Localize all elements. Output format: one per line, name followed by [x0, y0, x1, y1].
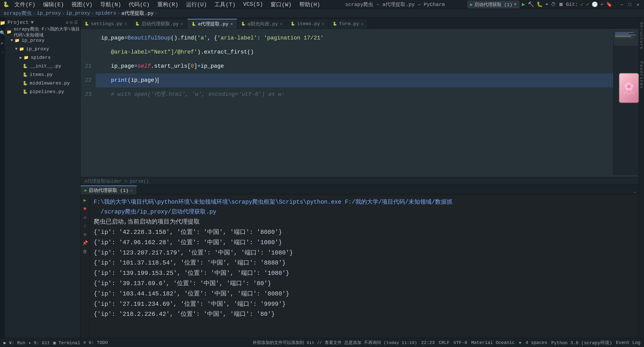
git-sidebar-icon[interactable]: ⑂	[1, 50, 4, 55]
toolbar-build-btn[interactable]: 🔨	[528, 1, 534, 8]
tab-close-items[interactable]: ✕	[322, 21, 325, 26]
toolbar-debug-btn[interactable]: 🐛	[537, 1, 543, 8]
run-scroll-btn[interactable]: ↕	[81, 222, 89, 230]
find-icon[interactable]: 🔍	[0, 30, 5, 36]
structure-tab[interactable]: Structure	[638, 20, 644, 52]
sidebar-icons: ⚙ ⊟ ☰	[66, 20, 78, 25]
menu-navigate[interactable]: 导航(N)	[98, 0, 124, 9]
run-config-dropdown-icon[interactable]: ▼	[514, 2, 517, 7]
toolbar-profile-btn[interactable]: ⏱	[551, 2, 556, 8]
toolbar-vcs-btn[interactable]: Git:	[566, 2, 578, 7]
left-icon-bar: 📁 🔍 ▶ ⑂	[0, 18, 5, 338]
tab-form[interactable]: 🐍 form.py ✕	[329, 19, 368, 28]
tab-settings[interactable]: 🐍 settings.py ✕	[81, 19, 131, 28]
run-sidebar-icon[interactable]: ▶	[1, 40, 4, 46]
toolbar-bookmark-btn[interactable]: 🔖	[606, 1, 612, 8]
sidebar-item-ipproxy2[interactable]: ▼ 📁 ip_proxy	[5, 45, 80, 53]
run-output-line-8: {'ip': '39.137.69.6', '位置': '中国', '端口': …	[94, 279, 634, 289]
toolbar-undo-btn[interactable]: ↶	[600, 1, 603, 8]
toolbar-vcs-check2[interactable]: ✓	[586, 1, 589, 8]
project-icon[interactable]: 📁	[0, 20, 5, 26]
sidebar-hide-icon[interactable]: ☰	[74, 20, 78, 25]
run-clear-btn[interactable]: 🗑	[81, 248, 89, 255]
folder-icon-3: 📁	[19, 47, 24, 52]
tab-close-sunshine[interactable]: ✕	[280, 21, 283, 26]
sidebar-item-pipelines[interactable]: 🐍 pipelines.py	[5, 88, 80, 96]
tab-icon-settings: 🐍	[85, 22, 89, 26]
tab-sunshine[interactable]: 🐍 a阳光向政.py ✕	[237, 19, 287, 28]
favorites-tab[interactable]: Favorites	[638, 59, 644, 91]
cursor-position[interactable]: 22:23	[421, 340, 435, 345]
menu-refactor[interactable]: 重构(R)	[155, 0, 181, 9]
terminal-tabs-btn[interactable]: ▣ Terminal	[53, 340, 80, 345]
run-tab-active[interactable]: ▶ 启动代理获取 (1) ✕	[81, 186, 137, 195]
sidebar-item-label-8: pipelines.py	[30, 89, 64, 95]
menu-run[interactable]: 运行(U)	[183, 0, 210, 9]
breadcrumb-item-3[interactable]: ip_proxy	[66, 10, 90, 16]
run-tabs-btn[interactable]: ▶ ¥: Run	[4, 340, 25, 345]
menu-view[interactable]: 视图(V)	[69, 0, 95, 9]
sidebar-title-arrow: ▼	[31, 20, 34, 25]
menu-edit[interactable]: 编辑(E)	[41, 0, 67, 9]
menu-window[interactable]: 窗口(W)	[268, 0, 294, 9]
run-play-btn[interactable]: ▶	[81, 196, 89, 204]
run-output-line-6: {'ip': '101.37.118.54', '位置': '中国', '端口'…	[94, 258, 634, 268]
run-rerun-btn[interactable]: ↺	[81, 213, 89, 221]
maximize-btn[interactable]: □	[627, 2, 633, 8]
file-icon-middlewares: 🐍	[23, 81, 28, 86]
indent-label[interactable]: 4 spaces	[525, 340, 547, 345]
tab-startup[interactable]: 🐍 启动代理获取.py ✕	[131, 19, 187, 28]
toolbar-clock-btn[interactable]: 🕐	[592, 1, 598, 8]
tab-items[interactable]: 🐍 items.py ✕	[287, 19, 329, 28]
sidebar-item-label-2: ip_proxy	[22, 38, 45, 43]
minimize-btn[interactable]: —	[619, 2, 625, 8]
menu-vcs[interactable]: VCS(S)	[241, 1, 266, 8]
tab-icon-items: 🐍	[291, 22, 295, 26]
menu-code[interactable]: 代码(C)	[126, 0, 152, 9]
toolbar-stop-btn[interactable]: ⏹	[558, 2, 563, 8]
sidebar-item-init[interactable]: 🐍 __init__.py	[5, 62, 80, 70]
toolbar-coverage-btn[interactable]: ☂	[545, 1, 548, 8]
sidebar-item-ipproxy1[interactable]: ▼ 📁 ip_proxy	[5, 36, 80, 45]
minimize-run-panel[interactable]: —	[633, 190, 636, 195]
menu-file[interactable]: 文件(F)	[12, 0, 38, 9]
todo-tabs-btn[interactable]: ≡ 6: TODO	[83, 340, 108, 345]
event-log-btn[interactable]: Event Log	[616, 340, 640, 345]
sidebar-item-middlewares[interactable]: 🐍 middlewares.py	[5, 79, 80, 88]
run-tab-close[interactable]: ✕	[130, 188, 133, 193]
tab-aproxy[interactable]: 🐍 a代理提取.py ✕	[187, 19, 237, 28]
run-stop-btn[interactable]: ■	[81, 205, 89, 212]
sidebar-item-items[interactable]: 🐍 items.py	[5, 70, 80, 79]
sidebar-collapse-icon[interactable]: ⊟	[70, 20, 72, 25]
breadcrumb-item-5[interactable]: a代理提取.py	[121, 10, 154, 17]
line-endings[interactable]: CRLF	[439, 340, 449, 345]
sidebar-item-spiders[interactable]: ▶ 📁 spiders	[5, 53, 80, 62]
encoding[interactable]: UTF-8	[453, 340, 467, 345]
sidebar-settings-icon[interactable]: ⚙	[66, 20, 68, 25]
theme-label[interactable]: Material Oceanic	[471, 340, 515, 345]
run-play-btn[interactable]: ▶	[522, 1, 525, 8]
close-btn[interactable]: ✕	[635, 2, 641, 8]
run-output-line-2: 爬虫已启动,当前启动的项目为代理提取	[94, 217, 634, 227]
git-tabs-btn[interactable]: ✦ 9: Git	[28, 340, 50, 345]
code-editor[interactable]: 21 22 23 · ip_page = BeautifulSoup () .f…	[81, 29, 638, 177]
breadcrumb-item-1[interactable]: scrapy爬虫	[4, 10, 32, 17]
python-version[interactable]: Python 3.8 (scrapy环境)	[551, 340, 612, 346]
tab-icon-aproxy: 🐍	[192, 22, 196, 26]
breadcrumb-item-4[interactable]: spiders	[95, 10, 116, 16]
toolbar-vcs-check[interactable]: ✓	[581, 1, 584, 8]
code-line-20: @aria-label="Next"]/@href' ).extract_fir…	[96, 45, 613, 59]
statusbar: ▶ ¥: Run ✦ 9: Git ▣ Terminal ≡ 6: TODO 外…	[0, 338, 644, 347]
menu-tools[interactable]: 工具(T)	[212, 0, 238, 9]
run-pin-btn[interactable]: 📌	[81, 239, 89, 247]
run-settings-btn[interactable]: ⚙	[81, 231, 89, 238]
run-config-selector[interactable]: ▶ 启动代理获取 (1) ▼	[467, 1, 519, 8]
tab-close-aproxy[interactable]: ✕	[231, 21, 233, 26]
sidebar-item-scrapy[interactable]: 📁 scrapy爬虫 F:\我的大学\项目代码\未知领域	[5, 28, 80, 36]
breadcrumb-item-2[interactable]: ip_proxy	[37, 10, 61, 16]
tab-close-form[interactable]: ✕	[361, 21, 364, 26]
code-line-21: ip_page = self .start_urls[ 0 ] + ip_pag…	[96, 59, 613, 73]
tab-close-startup[interactable]: ✕	[181, 21, 183, 26]
tab-close-settings[interactable]: ✕	[124, 21, 127, 26]
menu-help[interactable]: 帮助(H)	[297, 0, 323, 9]
